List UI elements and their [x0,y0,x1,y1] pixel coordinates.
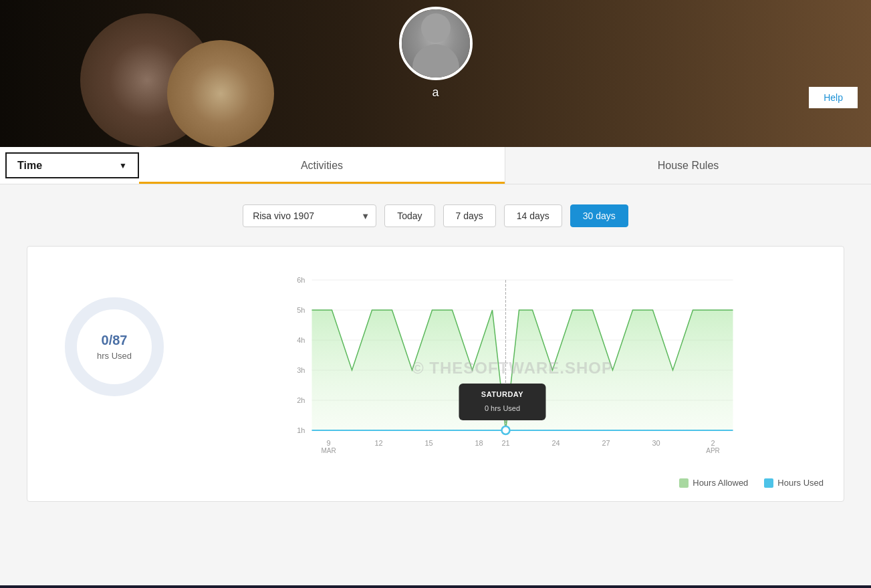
device-select[interactable]: Risa vivo 1907 [243,204,376,227]
period-today-button[interactable]: Today [384,204,434,227]
svg-text:9: 9 [326,439,330,447]
line-chart: 6h 5h 4h 3h 2h 1h [201,267,824,467]
chart-section: © THESOFTWARE.SHOP 6h 5h 4h 3h [201,267,824,488]
hours-used-icon [764,478,773,488]
svg-text:21: 21 [501,439,509,447]
svg-text:0 hrs Used: 0 hrs Used [485,404,520,412]
svg-text:3h: 3h [297,366,305,374]
period-7days-button[interactable]: 7 days [443,204,496,227]
filter-row: Risa vivo 1907 ▼ Today 7 days 14 days 30… [27,204,844,227]
donut-chart: 0/87 hrs Used [61,293,168,400]
svg-text:5h: 5h [297,306,305,314]
chevron-down-icon: ▼ [119,161,127,170]
time-dropdown[interactable]: Time ▼ [5,152,139,178]
avatar [399,7,473,80]
avatar-name: a [432,86,439,100]
tab-house-rules[interactable]: House Rules [505,147,871,184]
svg-text:6h: 6h [297,276,305,284]
svg-text:SATURDAY: SATURDAY [481,390,523,398]
svg-point-16 [502,426,510,434]
period-30days-button[interactable]: 30 days [570,204,628,227]
time-dropdown-label: Time [17,160,42,172]
svg-text:15: 15 [424,439,432,447]
svg-text:24: 24 [551,439,559,447]
legend-hours-used: Hours Used [764,478,824,488]
svg-rect-28 [459,384,546,420]
help-button[interactable]: Help [809,87,858,108]
svg-text:4h: 4h [297,336,305,344]
tab-activities[interactable]: Activities [139,149,505,184]
svg-text:18: 18 [475,439,483,447]
hours-used-label: Hours Used [777,478,824,488]
donut-section: 0/87 hrs Used [47,267,181,400]
svg-text:2h: 2h [297,396,305,404]
chart-legend: Hours Allowed Hours Used [201,478,824,488]
avatar-container: a [399,7,473,100]
donut-value: 0/87 [102,333,128,348]
donut-label: hrs Used [97,351,132,361]
hours-allowed-label: Hours Allowed [693,478,748,488]
svg-text:2: 2 [711,439,715,447]
svg-text:1h: 1h [297,426,305,434]
chart-card: 0/87 hrs Used © THESOFTWARE.SHOP [27,246,844,502]
svg-text:12: 12 [374,439,382,447]
svg-text:27: 27 [602,439,610,447]
svg-text:MAR: MAR [321,447,336,454]
hours-allowed-icon [679,478,689,488]
svg-text:30: 30 [652,439,660,447]
legend-hours-allowed: Hours Allowed [679,478,748,488]
device-select-wrapper: Risa vivo 1907 ▼ [243,204,376,227]
svg-text:APR: APR [706,447,720,454]
tabs-row: Time ▼ Activities House Rules [0,147,871,184]
period-14days-button[interactable]: 14 days [504,204,562,227]
main-content: Risa vivo 1907 ▼ Today 7 days 14 days 30… [0,184,871,585]
